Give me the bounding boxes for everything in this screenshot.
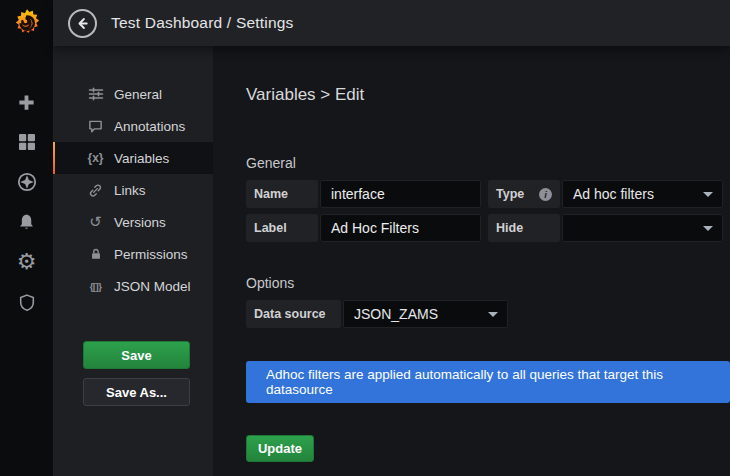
datasource-row: Data source JSON_ZAMS xyxy=(246,300,730,328)
back-button[interactable] xyxy=(68,9,97,38)
label-input[interactable] xyxy=(320,214,481,242)
settings-tab-label: JSON Model xyxy=(114,279,191,294)
arrow-left-icon xyxy=(75,16,90,31)
name-input[interactable] xyxy=(320,180,481,208)
datasource-select[interactable]: JSON_ZAMS xyxy=(343,300,508,328)
datasource-select-value: JSON_ZAMS xyxy=(354,306,438,322)
settings-tab-variables[interactable]: {x} Variables xyxy=(53,142,213,174)
settings-tab-label: Permissions xyxy=(114,247,188,262)
type-select[interactable]: Ad hoc filters xyxy=(562,180,723,208)
breadcrumb-current: > Edit xyxy=(320,85,364,104)
chevron-down-icon xyxy=(488,312,498,317)
settings-tab-label: Versions xyxy=(114,215,166,230)
adhoc-info-banner: Adhoc filters are applied automatically … xyxy=(246,361,730,403)
bell-icon[interactable] xyxy=(16,211,38,233)
lock-icon xyxy=(86,247,105,261)
name-label: Name xyxy=(246,180,318,208)
gear-icon[interactable]: ⚙ xyxy=(16,251,38,273)
type-select-value: Ad hoc filters xyxy=(573,186,654,202)
history-icon: ↺ xyxy=(86,213,105,231)
plus-icon[interactable] xyxy=(16,91,38,113)
topbar: Test Dashboard / Settings xyxy=(53,0,730,46)
sliders-icon xyxy=(86,86,105,102)
sidebar-actions: Save Save As... xyxy=(83,341,190,406)
datasource-label: Data source xyxy=(246,300,341,328)
settings-tab-general[interactable]: General xyxy=(53,78,213,110)
left-nav: ⚙ xyxy=(0,0,53,476)
settings-tab-permissions[interactable]: Permissions xyxy=(53,238,213,270)
update-button[interactable]: Update xyxy=(246,435,314,462)
comment-icon xyxy=(86,119,105,134)
breadcrumb-variables-link[interactable]: Variables xyxy=(246,85,316,104)
info-icon[interactable]: i xyxy=(539,188,552,201)
dashboards-icon[interactable] xyxy=(16,131,38,153)
general-section: General Name Type i Ad hoc filters L xyxy=(246,155,730,242)
main-content: Variables > Edit General Name Type i Ad … xyxy=(213,46,730,476)
chevron-down-icon xyxy=(703,226,713,231)
options-section-heading: Options xyxy=(246,275,730,291)
hide-label: Hide xyxy=(488,214,560,242)
page-title: Test Dashboard / Settings xyxy=(111,14,294,32)
settings-tab-annotations[interactable]: Annotations xyxy=(53,110,213,142)
settings-tab-label: Links xyxy=(114,183,146,198)
variables-icon: {x} xyxy=(86,151,105,165)
breadcrumb: Variables > Edit xyxy=(246,85,730,105)
name-type-row: Name Type i Ad hoc filters xyxy=(246,180,730,208)
type-label-text: Type xyxy=(496,187,524,201)
settings-sidebar: General Annotations {x} Variables Links xyxy=(53,46,213,476)
settings-tab-label: Variables xyxy=(114,151,169,166)
page: Test Dashboard / Settings General Annota… xyxy=(53,0,730,476)
grafana-logo-icon xyxy=(12,8,42,38)
link-icon xyxy=(86,183,105,198)
left-nav-icons: ⚙ xyxy=(16,46,38,313)
compass-icon[interactable] xyxy=(16,171,38,193)
label-hide-row: Label Hide xyxy=(246,214,730,242)
settings-tab-versions[interactable]: ↺ Versions xyxy=(53,206,213,238)
settings-tab-links[interactable]: Links xyxy=(53,174,213,206)
save-as-button[interactable]: Save As... xyxy=(83,378,190,406)
label-label: Label xyxy=(246,214,318,242)
save-button[interactable]: Save xyxy=(83,341,190,369)
general-section-heading: General xyxy=(246,155,730,171)
grafana-logo[interactable] xyxy=(0,0,53,46)
hide-select[interactable] xyxy=(562,214,723,242)
active-tab-indicator xyxy=(53,142,55,174)
type-label: Type i xyxy=(488,180,560,208)
shield-icon[interactable] xyxy=(16,291,38,313)
settings-tab-label: General xyxy=(114,87,162,102)
settings-tab-label: Annotations xyxy=(114,119,185,134)
settings-tab-json-model[interactable]: {[]} JSON Model xyxy=(53,270,213,302)
options-section: Options Data source JSON_ZAMS xyxy=(246,275,730,328)
json-icon: {[]} xyxy=(86,281,105,292)
chevron-down-icon xyxy=(703,192,713,197)
